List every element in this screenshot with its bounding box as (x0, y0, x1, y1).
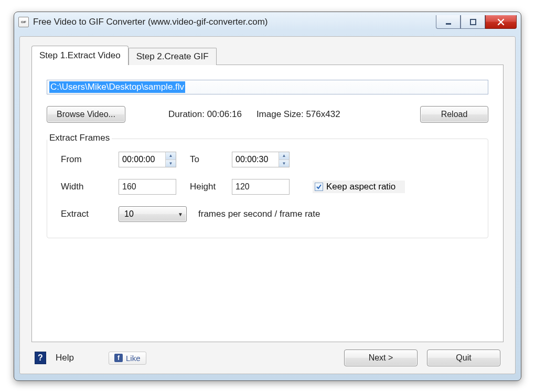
from-label: From (61, 154, 119, 165)
spinner-down-icon[interactable]: ▼ (279, 160, 289, 167)
facebook-like-button[interactable]: f Like (109, 352, 146, 365)
height-input[interactable] (232, 179, 290, 195)
height-label: Height (190, 182, 232, 192)
app-window: GIF Free Video to GIF Converter (www.vid… (14, 12, 521, 381)
keep-aspect-label: Keep aspect ratio (326, 182, 395, 192)
client-area: Step 1.Extract Video Step 2.Create GIF C… (19, 36, 516, 374)
width-label: Width (61, 182, 119, 192)
width-input[interactable] (119, 179, 176, 195)
window-title: Free Video to GIF Converter (www.video-g… (33, 17, 268, 27)
duration-label: Duration: 00:06:16 (168, 109, 242, 120)
titlebar[interactable]: GIF Free Video to GIF Converter (www.vid… (14, 12, 521, 32)
to-time-input[interactable] (232, 152, 279, 167)
tabstrip: Step 1.Extract Video Step 2.Create GIF (31, 47, 504, 65)
spinner-down-icon[interactable]: ▼ (166, 160, 176, 167)
spinner-up-icon[interactable]: ▲ (279, 152, 289, 160)
checkbox-box (315, 183, 323, 191)
extract-frames-title: Extract Frames (47, 133, 112, 143)
quit-button[interactable]: Quit (427, 349, 500, 366)
app-icon: GIF (18, 17, 29, 27)
reload-button[interactable]: Reload (420, 106, 488, 123)
tab-step2[interactable]: Step 2.Create GIF (129, 48, 217, 65)
extract-label: Extract (61, 209, 119, 219)
to-label: To (190, 154, 232, 165)
minimize-button[interactable] (436, 15, 461, 29)
help-icon[interactable]: ? (35, 352, 46, 364)
browse-video-button[interactable]: Browse Video... (47, 106, 125, 123)
next-button[interactable]: Next > (344, 349, 418, 366)
keep-aspect-checkbox[interactable]: Keep aspect ratio (313, 181, 405, 193)
fps-suffix-label: frames per second / frame rate (198, 209, 320, 219)
file-path-value: C:\Users\Mike\Desktop\sample.flv (49, 81, 185, 93)
window-controls (436, 15, 517, 29)
fps-value: 10 (124, 209, 134, 219)
file-path-input[interactable]: C:\Users\Mike\Desktop\sample.flv (47, 80, 488, 94)
fps-dropdown[interactable]: 10 ▼ (119, 206, 187, 222)
chevron-down-icon: ▼ (178, 211, 183, 217)
help-label[interactable]: Help (56, 353, 74, 363)
facebook-icon: f (114, 354, 123, 362)
spinner-up-icon[interactable]: ▲ (166, 152, 176, 160)
to-time-spinner[interactable]: ▲ ▼ (232, 152, 290, 167)
extract-frames-group: Extract Frames From ▲ ▼ To ▲ (47, 139, 488, 238)
like-label: Like (126, 354, 141, 363)
image-size-label: Image Size: 576x432 (256, 109, 340, 120)
from-time-input[interactable] (119, 152, 165, 167)
tab-step1-page: C:\Users\Mike\Desktop\sample.flv Browse … (31, 65, 504, 342)
bottom-bar: ? Help f Like Next > Quit (31, 342, 504, 366)
maximize-button[interactable] (461, 15, 485, 29)
from-time-arrows[interactable]: ▲ ▼ (165, 152, 176, 167)
svg-rect-1 (470, 19, 476, 25)
close-button[interactable] (485, 15, 517, 29)
svg-rect-0 (446, 23, 451, 25)
from-time-spinner[interactable]: ▲ ▼ (119, 152, 176, 167)
check-icon (316, 184, 322, 190)
to-time-arrows[interactable]: ▲ ▼ (279, 152, 289, 167)
tab-step1[interactable]: Step 1.Extract Video (31, 46, 129, 65)
